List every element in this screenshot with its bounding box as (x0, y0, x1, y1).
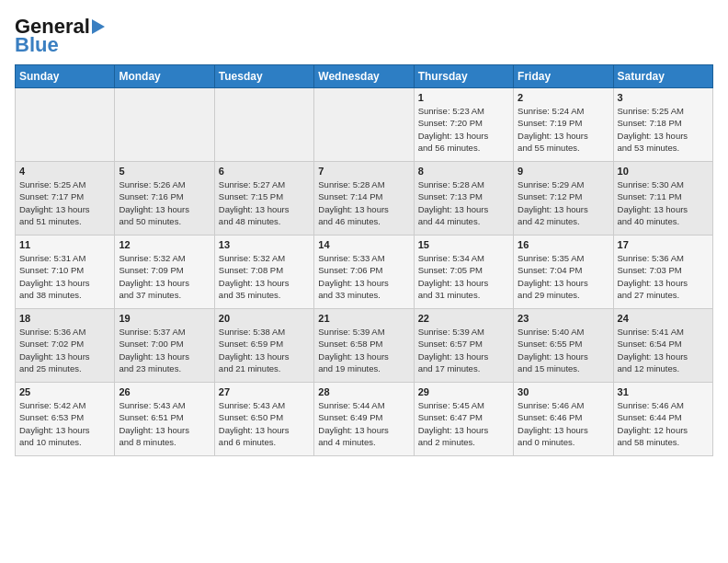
day-content: Sunrise: 5:35 AM Sunset: 7:04 PM Dayligh… (518, 252, 609, 301)
calendar-cell: 23Sunrise: 5:40 AM Sunset: 6:55 PM Dayli… (514, 309, 613, 383)
day-content: Sunrise: 5:23 AM Sunset: 7:20 PM Dayligh… (418, 105, 509, 154)
day-number: 20 (219, 313, 310, 324)
day-content: Sunrise: 5:32 AM Sunset: 7:08 PM Dayligh… (219, 252, 310, 301)
calendar-cell: 14Sunrise: 5:33 AM Sunset: 7:06 PM Dayli… (314, 236, 414, 309)
calendar-cell: 6Sunrise: 5:27 AM Sunset: 7:15 PM Daylig… (214, 162, 313, 236)
calendar-cell: 19Sunrise: 5:37 AM Sunset: 7:00 PM Dayli… (115, 309, 214, 383)
calendar-cell: 26Sunrise: 5:43 AM Sunset: 6:51 PM Dayli… (115, 383, 214, 456)
day-number: 29 (418, 386, 509, 397)
week-row-1: 1Sunrise: 5:23 AM Sunset: 7:20 PM Daylig… (16, 88, 713, 162)
calendar-cell: 2Sunrise: 5:24 AM Sunset: 7:19 PM Daylig… (514, 88, 613, 162)
calendar-cell (115, 88, 214, 162)
header-saturday: Saturday (613, 65, 712, 88)
day-content: Sunrise: 5:29 AM Sunset: 7:12 PM Dayligh… (518, 178, 609, 227)
calendar-cell: 22Sunrise: 5:39 AM Sunset: 6:57 PM Dayli… (414, 309, 513, 383)
day-content: Sunrise: 5:46 AM Sunset: 6:46 PM Dayligh… (518, 399, 609, 448)
calendar-cell: 12Sunrise: 5:32 AM Sunset: 7:09 PM Dayli… (115, 236, 214, 309)
day-number: 12 (119, 239, 210, 250)
day-content: Sunrise: 5:38 AM Sunset: 6:59 PM Dayligh… (219, 326, 310, 374)
calendar-cell: 11Sunrise: 5:31 AM Sunset: 7:10 PM Dayli… (16, 236, 115, 309)
day-number: 30 (518, 386, 609, 397)
day-content: Sunrise: 5:24 AM Sunset: 7:19 PM Dayligh… (518, 105, 609, 154)
day-content: Sunrise: 5:39 AM Sunset: 6:57 PM Dayligh… (418, 326, 509, 374)
calendar-cell: 13Sunrise: 5:32 AM Sunset: 7:08 PM Dayli… (214, 236, 313, 309)
calendar-cell (214, 88, 313, 162)
day-number: 13 (219, 239, 310, 250)
day-number: 18 (19, 313, 110, 324)
calendar-cell: 27Sunrise: 5:43 AM Sunset: 6:50 PM Dayli… (214, 383, 313, 456)
calendar-cell: 10Sunrise: 5:30 AM Sunset: 7:11 PM Dayli… (613, 162, 712, 236)
day-number: 1 (418, 92, 509, 103)
calendar-cell: 5Sunrise: 5:26 AM Sunset: 7:16 PM Daylig… (115, 162, 214, 236)
day-content: Sunrise: 5:25 AM Sunset: 7:17 PM Dayligh… (19, 178, 110, 227)
header-thursday: Thursday (414, 65, 513, 88)
day-content: Sunrise: 5:28 AM Sunset: 7:14 PM Dayligh… (318, 178, 409, 227)
day-content: Sunrise: 5:45 AM Sunset: 6:47 PM Dayligh… (418, 399, 509, 448)
page-header: General Blue (15, 15, 713, 57)
header-monday: Monday (115, 65, 214, 88)
day-number: 8 (418, 166, 509, 177)
day-number: 10 (618, 166, 709, 177)
day-content: Sunrise: 5:31 AM Sunset: 7:10 PM Dayligh… (19, 252, 110, 301)
day-content: Sunrise: 5:27 AM Sunset: 7:15 PM Dayligh… (219, 178, 310, 227)
day-number: 28 (318, 386, 409, 397)
day-number: 24 (618, 313, 709, 324)
week-row-2: 4Sunrise: 5:25 AM Sunset: 7:17 PM Daylig… (16, 162, 713, 236)
day-content: Sunrise: 5:34 AM Sunset: 7:05 PM Dayligh… (418, 252, 509, 301)
calendar-table: SundayMondayTuesdayWednesdayThursdayFrid… (15, 64, 713, 456)
day-content: Sunrise: 5:44 AM Sunset: 6:49 PM Dayligh… (318, 399, 409, 448)
day-content: Sunrise: 5:36 AM Sunset: 7:03 PM Dayligh… (618, 252, 709, 301)
day-content: Sunrise: 5:25 AM Sunset: 7:18 PM Dayligh… (618, 105, 709, 154)
logo-blue: Blue (15, 33, 59, 57)
day-number: 9 (518, 166, 609, 177)
day-number: 7 (318, 166, 409, 177)
calendar-header-row: SundayMondayTuesdayWednesdayThursdayFrid… (16, 65, 713, 88)
day-content: Sunrise: 5:39 AM Sunset: 6:58 PM Dayligh… (318, 326, 409, 374)
day-number: 26 (119, 386, 210, 397)
calendar-cell: 24Sunrise: 5:41 AM Sunset: 6:54 PM Dayli… (613, 309, 712, 383)
week-row-5: 25Sunrise: 5:42 AM Sunset: 6:53 PM Dayli… (16, 383, 713, 456)
day-number: 4 (19, 166, 110, 177)
day-number: 21 (318, 313, 409, 324)
day-content: Sunrise: 5:26 AM Sunset: 7:16 PM Dayligh… (119, 178, 210, 227)
day-number: 22 (418, 313, 509, 324)
calendar-cell (314, 88, 414, 162)
calendar-cell: 25Sunrise: 5:42 AM Sunset: 6:53 PM Dayli… (16, 383, 115, 456)
header-tuesday: Tuesday (214, 65, 313, 88)
day-number: 17 (618, 239, 709, 250)
week-row-3: 11Sunrise: 5:31 AM Sunset: 7:10 PM Dayli… (16, 236, 713, 309)
day-number: 16 (518, 239, 609, 250)
calendar-cell: 4Sunrise: 5:25 AM Sunset: 7:17 PM Daylig… (16, 162, 115, 236)
day-number: 27 (219, 386, 310, 397)
header-friday: Friday (514, 65, 613, 88)
day-content: Sunrise: 5:32 AM Sunset: 7:09 PM Dayligh… (119, 252, 210, 301)
logo-arrow-icon (92, 19, 105, 34)
day-content: Sunrise: 5:33 AM Sunset: 7:06 PM Dayligh… (318, 252, 409, 301)
day-content: Sunrise: 5:46 AM Sunset: 6:44 PM Dayligh… (618, 399, 709, 448)
day-content: Sunrise: 5:30 AM Sunset: 7:11 PM Dayligh… (618, 178, 709, 227)
calendar-cell (16, 88, 115, 162)
calendar-cell: 18Sunrise: 5:36 AM Sunset: 7:02 PM Dayli… (16, 309, 115, 383)
day-content: Sunrise: 5:41 AM Sunset: 6:54 PM Dayligh… (618, 326, 709, 374)
header-wednesday: Wednesday (314, 65, 414, 88)
day-number: 23 (518, 313, 609, 324)
day-number: 6 (219, 166, 310, 177)
day-number: 15 (418, 239, 509, 250)
calendar-cell: 3Sunrise: 5:25 AM Sunset: 7:18 PM Daylig… (613, 88, 712, 162)
calendar-cell: 29Sunrise: 5:45 AM Sunset: 6:47 PM Dayli… (414, 383, 513, 456)
calendar-cell: 15Sunrise: 5:34 AM Sunset: 7:05 PM Dayli… (414, 236, 513, 309)
calendar-cell: 1Sunrise: 5:23 AM Sunset: 7:20 PM Daylig… (414, 88, 513, 162)
calendar-cell: 7Sunrise: 5:28 AM Sunset: 7:14 PM Daylig… (314, 162, 414, 236)
day-content: Sunrise: 5:28 AM Sunset: 7:13 PM Dayligh… (418, 178, 509, 227)
week-row-4: 18Sunrise: 5:36 AM Sunset: 7:02 PM Dayli… (16, 309, 713, 383)
calendar-cell: 16Sunrise: 5:35 AM Sunset: 7:04 PM Dayli… (514, 236, 613, 309)
calendar-cell: 28Sunrise: 5:44 AM Sunset: 6:49 PM Dayli… (314, 383, 414, 456)
calendar-cell: 8Sunrise: 5:28 AM Sunset: 7:13 PM Daylig… (414, 162, 513, 236)
day-number: 2 (518, 92, 609, 103)
day-number: 5 (119, 166, 210, 177)
day-content: Sunrise: 5:43 AM Sunset: 6:51 PM Dayligh… (119, 399, 210, 448)
calendar-cell: 30Sunrise: 5:46 AM Sunset: 6:46 PM Dayli… (514, 383, 613, 456)
day-content: Sunrise: 5:43 AM Sunset: 6:50 PM Dayligh… (219, 399, 310, 448)
day-number: 25 (19, 386, 110, 397)
calendar-cell: 17Sunrise: 5:36 AM Sunset: 7:03 PM Dayli… (613, 236, 712, 309)
